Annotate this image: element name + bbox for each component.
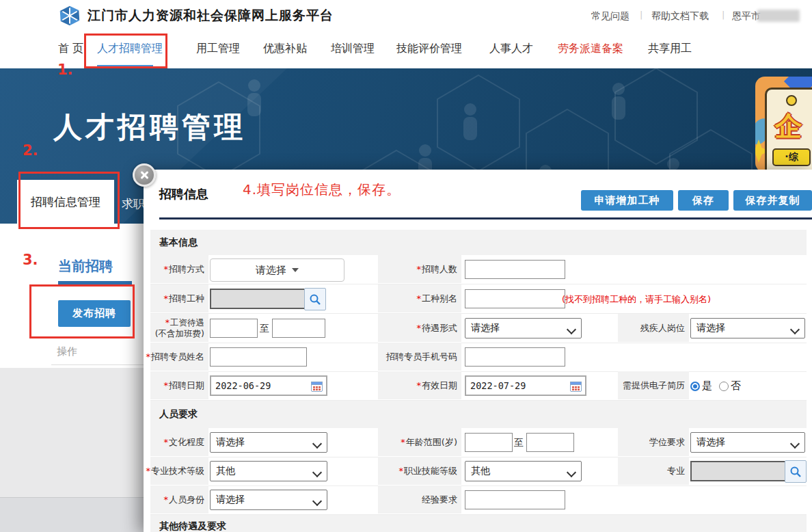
annotation-step3: 3. (23, 252, 38, 268)
recruit-date-input[interactable]: 2022-06-29 (210, 375, 327, 396)
worktype-alias-input[interactable] (465, 289, 565, 308)
nav-training[interactable]: 培训管理 (331, 42, 375, 56)
annotation-step2: 2. (23, 142, 38, 159)
recruiter-phone-input[interactable] (465, 347, 565, 367)
resume-yes-radio[interactable]: 是 (690, 380, 712, 393)
recruit-count-label: * 招聘人数 (378, 255, 461, 283)
form-row-worktype: * 招聘工种 * 工种别名 (找不到招聘工种的，请手工输入别名) (150, 284, 807, 314)
section-other-req: 其他待遇及要求 (150, 515, 807, 532)
form-row-recruiter: * 招聘专员姓名 招聘专员手机号码 (150, 343, 807, 372)
account-name[interactable]: 恩平市 (732, 10, 761, 23)
education-select[interactable]: 请选择 (210, 432, 327, 453)
major-input[interactable] (690, 461, 789, 481)
major-search-button[interactable] (785, 460, 807, 483)
salary-label: *工资待遇 (不含加班费) (150, 314, 208, 342)
experience-input[interactable] (465, 490, 565, 509)
annotation-step1: 1. (57, 62, 73, 78)
salary-to-input[interactable] (272, 319, 325, 338)
save-and-copy-button[interactable]: 保存并复制 (733, 190, 812, 211)
subtab-current-recruit[interactable]: 当前招聘 (58, 257, 113, 276)
nav-subsidy[interactable]: 优惠补贴 (263, 42, 307, 56)
modal-divider (159, 217, 812, 220)
need-resume-radio-group: 是 否 (690, 380, 741, 393)
radio-selected-icon (690, 382, 700, 391)
disabled-post-label: 残疾人岗位 (618, 314, 689, 342)
page-title: 人才招聘管理 (53, 108, 246, 146)
chevron-down-icon (312, 439, 322, 449)
recruiter-name-input[interactable] (210, 347, 307, 367)
salary-from-input[interactable] (210, 319, 258, 338)
search-icon (789, 466, 802, 478)
worktype-search-button[interactable] (304, 288, 326, 310)
tab-job-seek-partial[interactable]: 求职 (122, 196, 145, 212)
age-range-separator: 至 (514, 437, 524, 449)
site-title: 江门市人力资源和社会保障网上服务平台 (87, 7, 334, 25)
degree-select[interactable]: 请选择 (690, 432, 805, 453)
annotation-step4: 4.填写岗位信息，保存。 (243, 181, 401, 199)
experience-label: 经验要求 (378, 486, 461, 514)
need-resume-label: 需提供电子简历 (618, 371, 689, 399)
nav-hr-talent[interactable]: 人事人才 (489, 42, 533, 56)
nav-employment[interactable]: 用工管理 (196, 42, 240, 56)
badge-text: 企 (775, 107, 802, 145)
recruit-method-dropdown[interactable]: 请选择 (210, 258, 344, 282)
separator: | (722, 10, 725, 20)
save-button[interactable]: 保存 (678, 190, 729, 211)
annotation-box-publish (29, 284, 135, 338)
help-download-link[interactable]: 帮助文档下载 (651, 10, 709, 23)
form-row-method: * 招聘方式 请选择 * 招聘人数 (150, 255, 807, 284)
close-icon[interactable] (133, 163, 156, 187)
modal-title: 招聘信息 (159, 186, 208, 202)
radio-unselected-icon (719, 382, 729, 391)
faq-link[interactable]: 常见问题 (591, 10, 630, 23)
nav-skill-evaluation[interactable]: 技能评价管理 (396, 42, 462, 56)
pay-form-select[interactable]: 请选择 (465, 318, 582, 338)
recruit-date-label: * 招聘日期 (150, 371, 208, 399)
top-bar: 江门市人力资源和社会保障网上服务平台 常见问题 | 帮助文档下载 | 恩平市 (0, 0, 812, 31)
form-row-levels: * 专业技术等级 其他 * 职业技能等级 其他 专业 (150, 457, 807, 486)
identity-select[interactable]: 请选择 (210, 490, 327, 510)
close-x-glyph (139, 170, 149, 180)
salary-range-separator: 至 (260, 323, 269, 335)
request-add-worktype-button[interactable]: 申请增加工种 (581, 190, 673, 211)
promo-badge[interactable]: 企 ·综 (755, 77, 812, 172)
identity-label: * 人员身份 (150, 486, 208, 514)
form-row-dates: * 招聘日期 2022-06-29 * 有效日期 2022-07-29 需提供电… (150, 371, 807, 401)
nav-labor-dispatch[interactable]: 劳务派遣备案 (558, 42, 623, 56)
badge-pill-text: ·综 (772, 148, 811, 166)
operation-column-header: 操作 (57, 345, 77, 358)
age-range-label: * 年龄范围(岁) (378, 428, 461, 456)
tech-level-select[interactable]: 其他 (210, 461, 327, 481)
valid-date-input[interactable]: 2022-07-29 (465, 375, 586, 396)
form-row-salary: *工资待遇 (不含加班费) 至 * 待遇形式 请选择 残疾人岗位 请选择 (150, 314, 807, 343)
nav-shared-employment[interactable]: 共享用工 (648, 42, 692, 56)
pay-form-label: * 待遇形式 (378, 314, 461, 342)
recruit-count-input[interactable] (465, 260, 565, 279)
site-logo-icon (59, 5, 81, 27)
recruit-worktype-input[interactable] (210, 289, 307, 309)
section-other-req-label: 其他待遇及要求 (159, 520, 226, 532)
age-from-input[interactable] (465, 433, 513, 452)
account-redacted-blur (757, 10, 800, 22)
section-basic-info-label: 基本信息 (159, 237, 198, 249)
calendar-icon (311, 381, 323, 392)
caret-down-icon (292, 268, 299, 272)
chevron-down-icon (567, 325, 576, 334)
recruiter-name-label: * 招聘专员姓名 (150, 343, 208, 371)
worktype-alias-label: * 工种别名 (378, 284, 461, 312)
major-label: 专业 (618, 457, 689, 485)
nav-home[interactable]: 首 页 (58, 42, 83, 56)
chevron-down-icon (312, 468, 322, 477)
resume-no-radio[interactable]: 否 (719, 380, 741, 393)
disabled-post-select[interactable]: 请选择 (690, 318, 805, 338)
separator: | (640, 10, 642, 20)
skill-level-select[interactable]: 其他 (465, 461, 582, 481)
annotation-box-nav (84, 34, 167, 68)
chevron-down-icon (312, 496, 322, 506)
section-personnel-req: 人员要求 (150, 401, 807, 428)
search-icon (309, 293, 321, 306)
form-row-education: * 文化程度 请选择 * 年龄范围(岁) 至 学位要求 请选择 (150, 428, 807, 457)
age-to-input[interactable] (526, 433, 574, 452)
worktype-alias-hint: (找不到招聘工种的，请手工输入别名) (562, 293, 711, 306)
chevron-down-icon (790, 439, 800, 449)
